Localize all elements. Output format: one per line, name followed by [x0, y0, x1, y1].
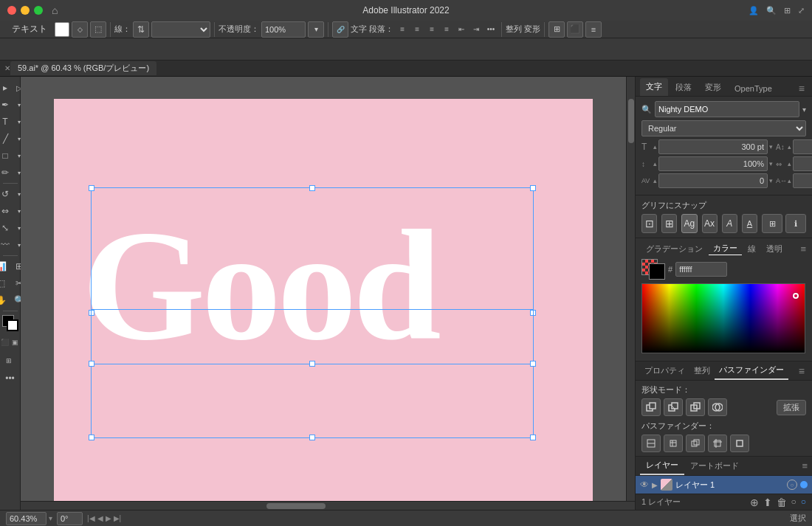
- canvas-area[interactable]: Good: [21, 77, 626, 501]
- warp-tool[interactable]: 〰: [0, 237, 14, 253]
- zoom-dropdown[interactable]: ▾: [49, 514, 52, 522]
- exclude-btn[interactable]: [708, 398, 727, 416]
- pf-outline[interactable]: [730, 435, 749, 452]
- doc-tab-item[interactable]: 59.ai* @ 60.43 % (RGB/プレビュー): [10, 61, 156, 75]
- indent-right[interactable]: ⇥: [469, 23, 483, 36]
- pf-divide[interactable]: [641, 435, 661, 452]
- handle-bc[interactable]: [309, 435, 315, 440]
- next-btn[interactable]: ▶: [106, 514, 111, 522]
- more-options[interactable]: •••: [484, 23, 498, 36]
- user-icon[interactable]: 👤: [749, 6, 759, 15]
- align-center[interactable]: ≡: [410, 23, 424, 36]
- unite-btn[interactable]: [641, 398, 661, 416]
- line-tool[interactable]: ╱: [0, 131, 14, 147]
- tab-transparency[interactable]: 透明: [762, 243, 787, 255]
- font-style-select[interactable]: Regular: [641, 120, 806, 136]
- delete-layer-icon[interactable]: 🗑: [777, 496, 787, 508]
- rotate-tool[interactable]: ↺: [0, 186, 14, 202]
- text-handle-bl[interactable]: [89, 361, 94, 367]
- minus-front-btn[interactable]: [664, 398, 683, 416]
- snap-btn3[interactable]: Ag: [681, 214, 697, 233]
- scroll-thumb-v[interactable]: [628, 99, 634, 143]
- up-arrow2[interactable]: ▴: [788, 143, 791, 150]
- tab-properties[interactable]: プロパティ: [640, 362, 689, 379]
- tab-monji[interactable]: 文字: [640, 78, 668, 96]
- down-arrow3[interactable]: ▾: [769, 160, 773, 167]
- up-arrow3[interactable]: ▴: [653, 160, 657, 167]
- handle-tl[interactable]: [89, 185, 94, 191]
- first-btn[interactable]: |◀: [87, 514, 95, 522]
- down-arrow[interactable]: ▾: [769, 143, 773, 150]
- tab-align[interactable]: 整列: [689, 362, 715, 379]
- text-handle-bc[interactable]: [309, 361, 315, 367]
- layers-menu[interactable]: ≡: [802, 460, 808, 471]
- pen-tool[interactable]: ✒: [0, 97, 14, 113]
- tab-henkei[interactable]: 変形: [699, 79, 727, 96]
- opacity-input[interactable]: [261, 21, 306, 38]
- snap-side2[interactable]: ℹ: [785, 214, 806, 233]
- align-right[interactable]: ≡: [425, 23, 438, 36]
- snap-btn4[interactable]: Ax: [702, 214, 718, 233]
- bg-swatch[interactable]: [649, 263, 665, 280]
- expand-icon[interactable]: ⤢: [798, 6, 805, 15]
- snap-btn1[interactable]: ⊡: [641, 214, 657, 233]
- font-size-input[interactable]: [658, 139, 768, 154]
- zoom-input[interactable]: [6, 512, 47, 525]
- bottom-panel-menu[interactable]: ≡: [796, 364, 808, 378]
- indent-left[interactable]: ⇤: [455, 23, 468, 36]
- last-btn[interactable]: ▶|: [114, 514, 122, 522]
- stroke-direction[interactable]: ⇅: [133, 21, 149, 38]
- hand-tool[interactable]: ✋: [0, 292, 10, 308]
- leading-input[interactable]: [658, 156, 768, 171]
- brush-tool[interactable]: ✏: [0, 165, 14, 181]
- more-btn[interactable]: ⊞: [548, 21, 565, 38]
- color-panel-menu[interactable]: ≡: [800, 243, 806, 255]
- expand-button[interactable]: 拡張: [777, 400, 806, 415]
- minimize-button[interactable]: [21, 6, 30, 15]
- panel-menu-icon[interactable]: ≡: [796, 81, 808, 96]
- tab-artboard[interactable]: アートボード: [684, 457, 745, 474]
- up-arrow5[interactable]: ▴: [653, 177, 657, 184]
- maximize-button[interactable]: [34, 6, 43, 15]
- horizontal-scrollbar[interactable]: [21, 501, 635, 510]
- layer-expand-icon[interactable]: ▶: [652, 481, 658, 489]
- stroke-swatch[interactable]: [7, 319, 18, 331]
- intersect-btn[interactable]: [686, 398, 705, 416]
- handle-tr[interactable]: [530, 185, 536, 191]
- close-doc-icon[interactable]: ✕: [4, 64, 10, 72]
- graph-tool[interactable]: 📊: [0, 258, 10, 274]
- tab-color[interactable]: カラー: [709, 242, 742, 255]
- vertical-scrollbar[interactable]: [626, 77, 635, 501]
- opacity-arrow[interactable]: ▾: [308, 21, 324, 38]
- select-tool[interactable]: ▸: [0, 80, 14, 96]
- tab-dansaku[interactable]: 段落: [670, 79, 698, 96]
- color-icon[interactable]: ⬛: [0, 334, 9, 350]
- mirror-tool[interactable]: ⇔: [0, 203, 14, 219]
- down-arrow5[interactable]: ▾: [769, 177, 773, 184]
- kern-input[interactable]: [658, 173, 768, 188]
- pf-merge[interactable]: [686, 435, 705, 452]
- up-arrow4[interactable]: ▴: [788, 160, 791, 167]
- tracking-input[interactable]: [793, 156, 812, 171]
- new-layer-icon[interactable]: ⊕: [750, 496, 759, 508]
- pf-crop[interactable]: [708, 435, 727, 452]
- text-handle-br[interactable]: [530, 361, 536, 367]
- type-tool[interactable]: T: [0, 114, 14, 130]
- handle-bl[interactable]: [89, 435, 94, 440]
- menu-item-text[interactable]: テキスト: [6, 21, 53, 37]
- layer-settings-icon[interactable]: ○: [791, 496, 796, 508]
- layer-row[interactable]: 👁 ▶ レイヤー 1 ○: [636, 476, 812, 494]
- gradient-icon[interactable]: ▣: [10, 334, 19, 350]
- layer-name[interactable]: レイヤー 1: [675, 480, 784, 491]
- tab-opentype[interactable]: OpenType: [729, 81, 778, 96]
- snap-btn6[interactable]: A: [742, 214, 757, 233]
- scale-tool[interactable]: ⤡: [0, 220, 14, 236]
- hex-input[interactable]: [675, 262, 727, 277]
- stroke-color-btn[interactable]: ◇: [72, 21, 88, 38]
- rotation-input[interactable]: [57, 512, 83, 525]
- stroke-settings-btn[interactable]: ⬚: [90, 21, 106, 38]
- artboard-icon[interactable]: ⊞: [0, 353, 18, 369]
- tab-pathfinder[interactable]: パスファインダー: [715, 361, 788, 380]
- arrange-btn[interactable]: ⬛: [567, 21, 583, 38]
- pf-trim[interactable]: [664, 435, 683, 452]
